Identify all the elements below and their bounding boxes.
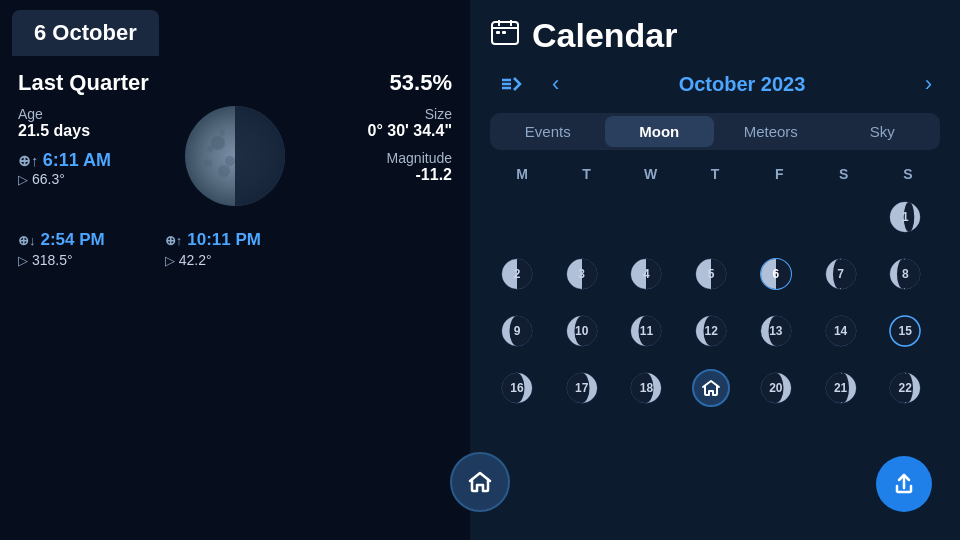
day-cell[interactable]: 10 [555,304,609,358]
home-button[interactable] [450,452,510,512]
set-time: 2:54 PM [41,230,105,250]
svg-rect-13 [496,31,500,34]
day-header-sat: S [811,162,875,186]
age-label: Age [18,106,178,122]
svg-point-7 [207,146,213,152]
day-cell[interactable]: 14 [814,304,868,358]
day-cell[interactable] [684,361,738,415]
svg-point-3 [211,136,225,150]
calendar-grid: M T W T F S S 1 2 [490,162,940,524]
prev-month-button[interactable]: ‹ [544,69,567,99]
calendar-icon [490,18,520,53]
day-header-thu: T [683,162,747,186]
days-grid: 1 2 3 4 5 [490,190,940,415]
next-month-button[interactable]: › [917,69,940,99]
day-cell[interactable]: 20 [749,361,803,415]
day-cell [490,190,544,244]
day-cell [814,190,868,244]
day-cell[interactable]: 18 [619,361,673,415]
svg-point-8 [218,165,230,177]
collapse-button[interactable] [494,71,528,97]
tab-events[interactable]: Events [493,116,603,147]
share-button[interactable] [876,456,932,512]
day-cell[interactable]: 3 [555,247,609,301]
rise-time: ⊕↑ 6:11 AM [18,150,178,171]
size-label: Size [292,106,452,122]
set-block: ⊕↓ 2:54 PM ▷ 318.5° [18,230,105,268]
day-cell[interactable]: 16 [490,361,544,415]
day-cell[interactable]: 22 [878,361,932,415]
day-cell[interactable]: 8 [878,247,932,301]
day-cell[interactable]: 5 [684,247,738,301]
magnitude-label: Magnitude [292,150,452,166]
transit-block: ⊕↑ 10:11 PM ▷ 42.2° [165,230,261,268]
day-cell [619,190,673,244]
left-panel: 6 October Last Quarter 53.5% Age 21.5 da… [0,0,470,540]
svg-rect-2 [235,106,285,206]
day-cell[interactable]: 9 [490,304,544,358]
day-header-sun: S [876,162,940,186]
day-cell[interactable]: 7 [814,247,868,301]
day-cell [749,190,803,244]
day-cell[interactable]: 1 [878,190,932,244]
day-cell[interactable]: 15 [878,304,932,358]
day-cell[interactable]: 17 [555,361,609,415]
illumination: 53.5% [390,70,452,96]
set-azimuth: 318.5° [32,252,73,268]
moon-phase-name: Last Quarter [18,70,149,96]
rise-azimuth: ▷ 66.3° [18,171,178,187]
tab-meteors[interactable]: Meteors [716,116,826,147]
right-panel: Calendar ‹ October 2023 › Events Moon Me… [470,0,960,540]
day-cell [555,190,609,244]
svg-rect-14 [502,31,506,34]
tab-sky[interactable]: Sky [828,116,938,147]
tab-moon[interactable]: Moon [605,116,715,147]
day-header-tue: T [554,162,618,186]
svg-point-5 [204,159,212,167]
day-cell[interactable]: 13 [749,304,803,358]
calendar-title: Calendar [532,16,678,55]
day-cell[interactable]: 12 [684,304,738,358]
day-cell [684,190,738,244]
tab-bar: Events Moon Meteors Sky [490,113,940,150]
transit-time: 10:11 PM [187,230,261,250]
size-value: 0° 30' 34.4" [292,122,452,140]
day-header-mon: M [490,162,554,186]
svg-point-4 [225,156,235,166]
moon-image [180,101,290,215]
day-cell[interactable]: 21 [814,361,868,415]
day-cell[interactable]: 11 [619,304,673,358]
age-value: 21.5 days [18,122,178,140]
day-header-fri: F [747,162,811,186]
day-cell[interactable]: 4 [619,247,673,301]
svg-point-6 [219,130,225,136]
day-cell[interactable]: 2 [490,247,544,301]
magnitude-value: -11.2 [292,166,452,184]
day-cell[interactable]: 6 [749,247,803,301]
day-header-wed: W [619,162,683,186]
date-tab[interactable]: 6 October [12,10,159,56]
transit-azimuth: 42.2° [179,252,212,268]
month-label: October 2023 [583,73,900,96]
